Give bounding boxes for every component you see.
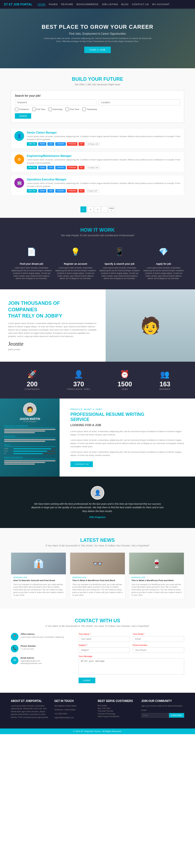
nav-contact[interactable]: Contact Us (132, 3, 149, 6)
filter-freelance[interactable]: Freelance (15, 107, 29, 111)
tag-tweet-2[interactable]: Tweet (38, 166, 46, 169)
document-icon: 📄 (23, 244, 39, 260)
resume-header: 🧑 JASON MARTIN UI UX Designer (4, 403, 56, 422)
stat-companies: 🚀 200 COMPANIES (24, 370, 39, 391)
resume-bar-2: CSS (4, 450, 56, 452)
tag-linkedin-2[interactable]: LinkedIn (55, 166, 66, 169)
tag-like[interactable]: Like (47, 142, 54, 146)
job-item-3: 🏢 Operations Executive Manager Lorem ips… (11, 175, 184, 195)
tag-gplus-3[interactable]: G+ (78, 189, 85, 193)
tag-like-2[interactable]: Like (47, 166, 54, 169)
tag-pinterest[interactable]: Pinterest (67, 142, 78, 146)
footer-touch: Get In Touch 262 Malachu Street Street S… (55, 700, 93, 720)
footer-email-input[interactable] (141, 713, 169, 718)
contact-info: 📍 Office Adress Lorem ipsum dolor sit am… (11, 633, 70, 683)
keyword-input[interactable] (15, 99, 96, 105)
phone-title: Phone Number (21, 645, 36, 647)
form-message-group: Your Message (78, 655, 184, 675)
resume-work-section: Work Experience (4, 457, 56, 465)
form-submit-button[interactable]: Submit (78, 678, 95, 683)
tag-add-job-2[interactable]: Add Job (27, 166, 37, 169)
how-step-4: 💎 Apply for job Lorem ipsum dolor sit am… (143, 244, 185, 280)
news-category-3: Working Life (131, 577, 182, 579)
subscribe-button[interactable]: SUBSCRIBE (169, 713, 184, 718)
subject-input[interactable] (78, 647, 130, 653)
signature: Jeontte (8, 341, 98, 347)
tag-pinterest-3[interactable]: Pinterest (67, 189, 78, 193)
message-textarea[interactable] (78, 658, 184, 675)
page-2[interactable]: 2 (88, 207, 93, 212)
tag-add-job[interactable]: Add Job (27, 142, 37, 146)
page-3[interactable]: 3 (95, 207, 100, 212)
contact-us-button[interactable]: CONTACT US (70, 461, 93, 467)
search-filters: Freelance Full Time Internship Part Time… (15, 107, 180, 111)
email-contact-icon: ✉ (11, 657, 19, 664)
email-input[interactable] (133, 636, 184, 642)
news-grid: 👔 Working Life How To Educate Yourself a… (11, 552, 184, 599)
filter-temporary[interactable]: Temporary (82, 107, 97, 111)
news-title-2[interactable]: This Is What A WordPress Post And Work (72, 579, 123, 582)
testimonial-section: 👤 We have been working with the best pro… (0, 476, 195, 528)
job-title-1[interactable]: Senior Claims Manager (27, 131, 181, 134)
office-address: Lorem ipsum dolor sit amet, consectetur,… (21, 636, 64, 639)
news-body-2: Working Life This Is What A WordPress Po… (70, 574, 125, 598)
news-title-3[interactable]: This Is What a WordPress Post and Work (131, 579, 182, 582)
resume-work-title: Work Experience (4, 457, 56, 459)
nav-blog[interactable]: Blog (121, 3, 129, 6)
form-name-group: Your Name * (78, 633, 130, 642)
page-next[interactable]: Next » (108, 207, 115, 212)
location-input[interactable] (99, 99, 180, 105)
job-desc-1: Lorem ipsum dolor sit amet, consectetur … (27, 135, 181, 141)
tag-gplus-2[interactable]: G+ (78, 166, 85, 169)
name-input[interactable] (78, 636, 130, 642)
tag-add-job-3[interactable]: Add Job (27, 189, 37, 193)
nav-woo[interactable]: WooCommerce (76, 3, 99, 6)
tag-pinterest-2[interactable]: Pinterest (67, 166, 78, 169)
footer-link-5[interactable]: Multi Purpose Dashboard (98, 715, 136, 717)
office-icon: 📍 (11, 633, 19, 641)
resume-edu-line-1 (4, 439, 56, 440)
footer-link-1[interactable]: Bio Quality (98, 705, 136, 707)
filter-internship[interactable]: Internship (48, 107, 62, 111)
nav-account[interactable]: My Account (152, 3, 170, 6)
contact-phone: 📞 Phone Number +1 213 213 541 (11, 645, 70, 652)
tag-linkedin-3[interactable]: LinkedIn (55, 189, 66, 193)
tag-tweet-3[interactable]: Tweet (38, 189, 46, 193)
job-desc-3: Lorem ipsum dolor sit amet, consectetur … (27, 182, 181, 188)
rocket-icon: 🚀 (24, 370, 39, 379)
footer-city: Smithsons, United States (55, 708, 93, 711)
tag-gplus[interactable]: G+ (78, 142, 85, 146)
tag-linkedin[interactable]: LinkedIn (55, 142, 66, 146)
news-img-inner-3: 🍷 (129, 553, 184, 574)
tag-tweet[interactable]: Tweet (38, 142, 46, 146)
companies-desc: Lorem ipsum dolor sit amet, consectetur … (8, 322, 98, 338)
search-box-title: Search for your job! (15, 94, 180, 97)
find-job-button[interactable]: FIND A JOB (84, 46, 111, 53)
job-title-3[interactable]: Operations Executive Manager (27, 178, 181, 181)
footer-about-text: Lorem ipsum dolor sit amet, consectetur … (11, 705, 49, 719)
hero-content: BEST PLACE TO GROW YOUR CAREER Find Jobs… (42, 24, 154, 53)
footer-link-2[interactable]: Buy / Get Jobs (98, 707, 136, 709)
footer-link-4[interactable]: Powerful Technology (98, 713, 136, 715)
tag-like-3[interactable]: Like (47, 189, 54, 193)
nav-home[interactable]: Home (38, 3, 45, 6)
footer-link-3[interactable]: The Draft The Arts (98, 710, 136, 712)
filter-fulltime[interactable]: Full Time (32, 107, 45, 111)
page-1[interactable]: 1 (80, 207, 87, 212)
nav-feature[interactable]: Feature (61, 3, 73, 6)
phone-input[interactable] (133, 647, 184, 653)
nav-pages[interactable]: Pages (49, 3, 58, 6)
job-title-2[interactable]: Engineering/Maintenance Manager (27, 154, 181, 157)
nav-job-listing[interactable]: Job Listing (102, 3, 118, 6)
how-step-title-3: Specify & search your job (99, 262, 140, 265)
testimonial-avatar: 👤 (91, 486, 104, 500)
search-submit[interactable]: Submit (15, 113, 31, 119)
news-title-1[interactable]: How To Educate Yourself and Find Great (13, 579, 64, 582)
form-row-2: Subject * Phone Number (78, 644, 184, 653)
employer-label: Employer (8, 348, 98, 351)
filter-parttime[interactable]: Part Time (66, 107, 79, 111)
news-card-2: 👓 Working Life This Is What A WordPress … (70, 552, 125, 599)
resume-work-line-1 (4, 460, 56, 461)
resume-skills-section: Skills HTML CSS JS (4, 444, 56, 454)
footer-touch-title: Get In Touch (55, 700, 93, 703)
